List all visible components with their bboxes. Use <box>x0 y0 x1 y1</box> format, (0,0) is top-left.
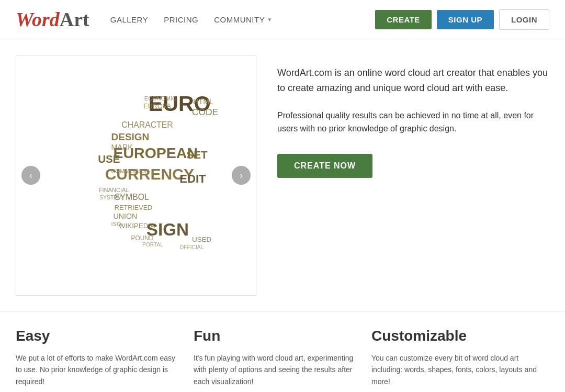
hero-section: ‹ EURO ECONOMIC EUROPA HTML CODE CHARACT… <box>0 39 565 311</box>
feature-customizable-title: Customizable <box>371 328 539 344</box>
nav-buttons: CREATE SIGN UP LOGIN <box>375 9 549 30</box>
features-section: Easy We put a lot of efforts to make Wor… <box>0 311 565 392</box>
hero-text: WordArt.com is an online word cloud art … <box>277 55 549 178</box>
wordcloud-svg: EURO ECONOMIC EUROPA HTML CODE CHARACTER… <box>37 65 235 285</box>
word-code: CODE <box>192 107 218 117</box>
feature-easy-title: Easy <box>16 328 183 344</box>
feature-easy: Easy We put a lot of efforts to make Wor… <box>16 328 194 387</box>
word-financial: FINANCIAL <box>99 187 129 193</box>
feature-fun-desc: It's fun playing with word cloud art, ex… <box>194 352 361 387</box>
word-character: CHARACTER <box>121 120 173 129</box>
feature-customizable-desc: You can customize every bit of word clou… <box>371 352 539 387</box>
word-system: SYSTEM <box>99 195 121 200</box>
word-union: UNION <box>113 212 137 220</box>
word-design: DESIGN <box>111 131 150 142</box>
word-pound: POUND <box>131 234 153 242</box>
word-europa: EUROPA <box>143 103 171 110</box>
feature-customizable: Customizable You can customize every bit… <box>371 328 549 387</box>
word-html: HTML <box>193 97 213 106</box>
login-button[interactable]: LOGIN <box>499 9 549 30</box>
feature-easy-desc: We put a lot of efforts to make WordArt.… <box>16 352 183 387</box>
logo-word: Word <box>16 8 60 30</box>
carousel: ‹ EURO ECONOMIC EUROPA HTML CODE CHARACT… <box>16 55 256 296</box>
carousel-next-button[interactable]: › <box>232 166 251 185</box>
nav-link-community[interactable]: COMMUNITY ▼ <box>214 15 272 24</box>
nav-link-pricing[interactable]: PRICING <box>164 15 198 24</box>
nav-links: GALLERY PRICING COMMUNITY ▼ <box>110 15 376 24</box>
feature-fun: Fun It's fun playing with word cloud art… <box>194 328 371 387</box>
wordcloud-display: EURO ECONOMIC EUROPA HTML CODE CHARACTER… <box>37 65 235 285</box>
create-now-button[interactable]: CREATE NOW <box>277 154 372 178</box>
word-european: EUROPEAN <box>113 144 198 161</box>
word-portal: PORTAL <box>142 242 163 248</box>
feature-fun-title: Fun <box>194 328 361 344</box>
hero-subtext: Professional quality results can be achi… <box>277 109 549 136</box>
logo-art: Art <box>60 8 89 30</box>
community-dropdown-icon: ▼ <box>267 17 272 23</box>
word-edit: EDIT <box>179 172 206 185</box>
logo[interactable]: WordArt <box>16 8 89 31</box>
word-used: USED <box>192 236 212 243</box>
nav-link-gallery[interactable]: GALLERY <box>110 15 148 24</box>
create-button[interactable]: CREATE <box>375 10 432 29</box>
hero-description: WordArt.com is an online word cloud art … <box>277 65 549 96</box>
word-economic: ECONOMIC <box>144 96 176 102</box>
navbar: WordArt GALLERY PRICING COMMUNITY ▼ CREA… <box>0 0 565 39</box>
carousel-prev-button[interactable]: ‹ <box>21 166 40 185</box>
word-set: SET <box>187 149 208 161</box>
word-official: OFFICIAL <box>179 244 204 250</box>
signup-button[interactable]: SIGN UP <box>437 10 494 29</box>
word-retrieved: RETRIEVED <box>115 204 152 211</box>
